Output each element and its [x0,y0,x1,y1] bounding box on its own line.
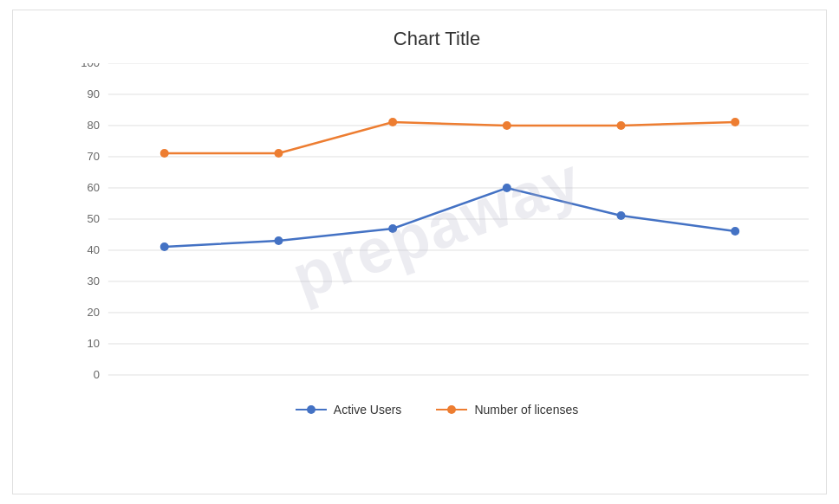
chart-area: prepaway 100 90 80 70 60 50 40 30 2 [65,63,809,392]
licenses-line [165,122,735,153]
licenses-dot-april [274,149,283,158]
active-users-dot-april [274,236,283,245]
legend-licenses: Number of licenses [436,403,578,417]
chart-title: Chart Title [65,28,809,50]
licenses-dot-june [503,121,511,130]
x-label-march: March [149,391,180,392]
licenses-dot-march [160,149,169,158]
x-label-aug: Aug [725,391,745,392]
x-label-june: June [495,391,519,392]
chart-svg: 100 90 80 70 60 50 40 30 20 10 0 [65,63,809,392]
svg-text:60: 60 [87,181,99,194]
active-users-line [165,188,735,247]
x-label-may: May [382,391,404,392]
svg-text:10: 10 [87,337,99,350]
licenses-dot-aug [731,118,739,126]
active-users-dot-may [388,224,397,233]
chart-container: Chart Title prepaway 100 90 80 70 60 50 [12,10,827,494]
svg-text:90: 90 [87,87,99,100]
svg-text:0: 0 [94,368,100,381]
svg-text:40: 40 [87,243,99,256]
legend-active-users-label: Active Users [334,403,402,417]
x-label-july: July [611,391,632,392]
legend-active-users: Active Users [296,403,402,417]
chart-legend: Active Users Number of licenses [65,403,809,417]
svg-text:20: 20 [87,306,99,319]
svg-text:50: 50 [87,212,99,225]
active-users-dot-aug [731,227,739,236]
active-users-dot-march [160,242,169,251]
active-users-dot-july [617,211,626,220]
licenses-dot-may [388,118,397,126]
svg-text:30: 30 [87,275,99,288]
licenses-dot-july [617,121,626,130]
active-users-dot-june [503,184,511,192]
x-label-april: April [267,391,289,392]
svg-text:80: 80 [87,119,99,132]
svg-text:100: 100 [81,63,100,69]
svg-text:70: 70 [87,150,99,163]
legend-licenses-label: Number of licenses [474,403,578,417]
